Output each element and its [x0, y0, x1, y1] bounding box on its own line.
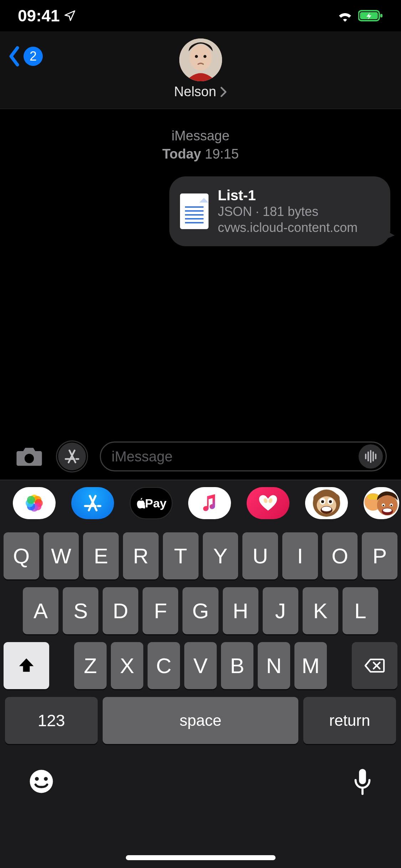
- key-k[interactable]: K: [303, 587, 338, 634]
- svg-point-20: [27, 496, 35, 504]
- status-bar: 09:41: [0, 0, 401, 31]
- app-appstore[interactable]: [71, 487, 114, 519]
- key-q[interactable]: Q: [4, 532, 39, 579]
- emoji-icon: [29, 769, 54, 794]
- key-h[interactable]: H: [223, 587, 258, 634]
- battery-charging-icon: [358, 10, 383, 22]
- timestamp-time: 19:15: [205, 146, 239, 161]
- key-m[interactable]: M: [294, 642, 327, 689]
- app-strip[interactable]: Pay: [0, 480, 401, 526]
- wifi-icon: [337, 10, 353, 22]
- key-s[interactable]: S: [63, 587, 98, 634]
- key-o[interactable]: O: [322, 532, 358, 579]
- contact-name-button[interactable]: Nelson: [0, 84, 401, 99]
- message-attachment[interactable]: List-1 JSON · 181 bytes cvws.icloud-cont…: [169, 176, 390, 246]
- conversation-thread[interactable]: iMessage Today 19:15 List-1 JSON · 181 b…: [0, 109, 401, 246]
- key-a[interactable]: A: [23, 587, 58, 634]
- key-123[interactable]: 123: [5, 697, 98, 744]
- svg-rect-45: [359, 769, 366, 784]
- memoji-group-icon: [364, 487, 399, 519]
- compose-bar: [0, 437, 401, 476]
- key-j[interactable]: J: [263, 587, 298, 634]
- app-apple-pay[interactable]: Pay: [130, 487, 173, 519]
- key-i[interactable]: I: [282, 532, 318, 579]
- unread-badge: 2: [24, 47, 43, 66]
- key-return[interactable]: return: [303, 697, 396, 744]
- keyboard: Q W E R T Y U I O P A S D F G H J K L Z …: [0, 526, 401, 868]
- thread-timestamp: iMessage Today 19:15: [0, 127, 401, 164]
- contact-name: Nelson: [174, 84, 216, 99]
- app-photos[interactable]: [13, 487, 56, 519]
- keyboard-row-4: 123 space return: [4, 697, 397, 744]
- chevron-left-icon: [7, 46, 21, 67]
- key-shift[interactable]: [4, 642, 49, 689]
- app-store-glyph-icon: [83, 494, 102, 513]
- keyboard-bottom-bar: [4, 752, 397, 827]
- key-space[interactable]: space: [103, 697, 298, 744]
- svg-rect-2: [380, 14, 382, 17]
- monkey-memoji-icon: [312, 489, 341, 518]
- key-g[interactable]: G: [182, 587, 218, 634]
- key-y[interactable]: Y: [203, 532, 238, 579]
- key-e[interactable]: E: [83, 532, 119, 579]
- key-p[interactable]: P: [362, 532, 397, 579]
- service-label: iMessage: [171, 128, 230, 143]
- svg-point-29: [321, 500, 324, 503]
- emoji-button[interactable]: [29, 769, 54, 796]
- contact-avatar[interactable]: [179, 38, 222, 81]
- attachment-title: List-1: [218, 187, 358, 203]
- svg-rect-34: [367, 494, 379, 500]
- app-memoji[interactable]: [364, 487, 399, 519]
- key-n[interactable]: N: [258, 642, 290, 689]
- dictation-button[interactable]: [353, 768, 372, 797]
- app-digital-touch[interactable]: [247, 487, 289, 519]
- apps-button[interactable]: [57, 441, 87, 471]
- camera-icon: [15, 446, 43, 467]
- key-t[interactable]: T: [163, 532, 199, 579]
- music-note-icon: [201, 494, 218, 512]
- key-v[interactable]: V: [184, 642, 217, 689]
- svg-point-41: [391, 505, 392, 506]
- key-f[interactable]: F: [143, 587, 178, 634]
- shift-icon: [17, 657, 35, 675]
- app-animoji[interactable]: [305, 487, 348, 519]
- status-time: 09:41: [18, 6, 60, 25]
- svg-point-44: [44, 777, 48, 781]
- message-input-wrapper: [100, 441, 387, 471]
- chevron-right-icon: [220, 87, 227, 97]
- conversation-header: 2 Nelson: [0, 31, 401, 109]
- back-button[interactable]: 2: [7, 46, 43, 67]
- message-input[interactable]: [112, 449, 359, 465]
- camera-button[interactable]: [14, 445, 44, 468]
- svg-point-40: [382, 505, 384, 506]
- app-store-icon: [63, 448, 81, 465]
- svg-point-6: [203, 55, 206, 58]
- app-music[interactable]: [188, 487, 231, 519]
- audio-message-button[interactable]: [359, 444, 383, 469]
- heart-fingers-icon: [258, 495, 278, 512]
- apple-logo-icon: [136, 498, 145, 508]
- key-c[interactable]: C: [148, 642, 180, 689]
- key-w[interactable]: W: [43, 532, 79, 579]
- key-x[interactable]: X: [111, 642, 143, 689]
- keyboard-row-1: Q W E R T Y U I O P: [4, 532, 397, 579]
- key-r[interactable]: R: [123, 532, 159, 579]
- keyboard-row-3: Z X C V B N M: [4, 642, 397, 689]
- svg-point-4: [189, 45, 211, 71]
- attachment-source: cvws.icloud-content.com: [218, 219, 358, 236]
- key-backspace[interactable]: [352, 642, 397, 689]
- svg-point-32: [322, 507, 331, 512]
- timestamp-day: Today: [162, 146, 201, 161]
- key-b[interactable]: B: [221, 642, 253, 689]
- key-d[interactable]: D: [103, 587, 138, 634]
- key-u[interactable]: U: [242, 532, 278, 579]
- key-z[interactable]: Z: [74, 642, 107, 689]
- svg-point-37: [383, 508, 391, 512]
- apple-pay-label: Pay: [145, 496, 167, 510]
- svg-point-5: [195, 55, 197, 58]
- home-indicator[interactable]: [126, 855, 276, 860]
- keyboard-row-2: A S D F G H J K L: [4, 587, 397, 634]
- document-icon: [180, 193, 209, 229]
- svg-point-30: [329, 500, 332, 503]
- key-l[interactable]: L: [343, 587, 378, 634]
